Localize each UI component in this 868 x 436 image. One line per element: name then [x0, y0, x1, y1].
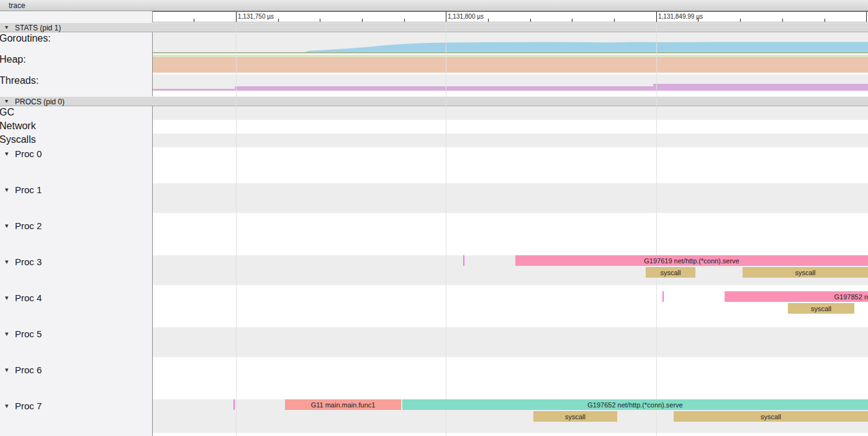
chevron-down-icon[interactable]: ▾	[5, 150, 9, 158]
ruler-tick	[362, 19, 363, 22]
goroutine-span[interactable]: G197619 net/http.(*conn).serve	[515, 255, 868, 266]
proc-label: Proc 7	[15, 401, 42, 411]
ruler-tick	[825, 19, 825, 22]
syscall-span[interactable]: syscall	[533, 411, 617, 422]
syscall-span[interactable]: syscall	[788, 303, 854, 314]
procs-label-network: Network	[0, 120, 36, 132]
ruler-tick	[320, 19, 320, 22]
ruler-timestamp: 1,131,800 µs	[448, 13, 484, 20]
proc-label: Proc 1	[15, 184, 42, 195]
ruler-tick	[782, 19, 783, 22]
title-bar: trace	[0, 0, 868, 11]
ruler-tick	[488, 19, 489, 22]
ruler-tick	[866, 12, 867, 22]
section-header-procs[interactable]: ▾ PROCS (pid 0)	[0, 96, 868, 106]
proc-label: Proc 3	[15, 257, 42, 267]
sidebar-item-proc3: ▾ Proc 3	[0, 257, 149, 268]
ruler-tick	[656, 12, 657, 22]
goroutine-span[interactable]: G197852 n	[725, 291, 868, 302]
syscall-span[interactable]: syscall	[674, 411, 868, 422]
proc-start-marker[interactable]	[233, 399, 235, 410]
network-track[interactable]	[153, 120, 868, 134]
ruler-tick	[194, 19, 194, 22]
trace-viewer: trace 1,131,750 µs 1,131,800 µs 1,131,84…	[0, 0, 868, 436]
stats-label-threads: Threads:	[0, 75, 38, 86]
threads-step-1	[153, 89, 235, 91]
chevron-down-icon[interactable]: ▾	[5, 24, 8, 30]
chevron-down-icon[interactable]: ▾	[5, 258, 9, 266]
proc-label: Proc 0	[15, 148, 42, 159]
chevron-down-icon[interactable]: ▾	[5, 330, 9, 338]
goroutines-area-chart[interactable]	[153, 32, 868, 52]
chevron-down-icon[interactable]: ▾	[5, 294, 9, 302]
sidebar-item-proc1: ▾ Proc 1	[0, 184, 149, 196]
sidebar-item-proc7: ▾ Proc 7	[0, 401, 149, 412]
section-header-stats[interactable]: ▾ STATS (pid 1)	[0, 22, 868, 32]
sidebar-item-proc5: ▾ Proc 5	[0, 329, 149, 340]
syscall-span[interactable]: syscall	[646, 267, 695, 278]
ruler-tick	[614, 19, 615, 22]
heap-inuse-band[interactable]	[153, 57, 868, 73]
proc-label: Proc 4	[15, 293, 42, 303]
gridline	[446, 22, 446, 436]
syscall-span[interactable]: syscall	[743, 267, 868, 278]
ruler-tick	[698, 19, 698, 22]
gridline	[236, 22, 237, 436]
gc-track[interactable]	[153, 106, 868, 120]
sidebar-item-proc0: ▾ Proc 0	[0, 148, 149, 160]
proc-label: Proc 2	[15, 220, 42, 231]
chevron-down-icon[interactable]: ▾	[5, 366, 9, 374]
proc5-track[interactable]	[153, 327, 868, 357]
proc-label: Proc 5	[15, 329, 42, 339]
threads-step-2	[235, 86, 653, 91]
ruler-timestamp: 1,131,750 µs	[238, 13, 274, 20]
ruler-tick	[572, 19, 572, 22]
proc1-track[interactable]	[153, 183, 868, 213]
threads-step-3	[653, 84, 868, 91]
sidebar-item-proc6: ▾ Proc 6	[0, 365, 149, 376]
sidebar-item-proc4: ▾ Proc 4	[0, 293, 149, 304]
proc-start-marker[interactable]	[662, 291, 664, 302]
procs-label-syscalls: Syscalls	[0, 134, 36, 145]
section-title: PROCS (pid 0)	[15, 98, 65, 106]
stats-label-heap: Heap:	[0, 54, 26, 65]
ruler-tick	[236, 12, 237, 22]
ruler-tick	[278, 19, 279, 22]
chevron-down-icon[interactable]: ▾	[5, 402, 9, 410]
chevron-down-icon[interactable]: ▾	[5, 186, 9, 194]
timeline-ruler: 1,131,750 µs 1,131,800 µs 1,131,849.99 µ…	[153, 11, 868, 22]
syscalls-track[interactable]	[153, 134, 868, 147]
ruler-timestamp: 1,131,849.99 µs	[658, 13, 703, 20]
page-title: trace	[9, 1, 25, 10]
proc-label: Proc 6	[15, 365, 42, 375]
proc-start-marker[interactable]	[463, 255, 464, 266]
sidebar-item-proc2: ▾ Proc 2	[0, 220, 149, 232]
ruler-tick	[446, 12, 446, 22]
ruler-tick	[740, 19, 741, 22]
section-title: STATS (pid 1)	[15, 24, 61, 32]
chevron-down-icon[interactable]: ▾	[5, 222, 9, 230]
goroutine-span[interactable]: G197652 net/http.(*conn).serve	[402, 399, 868, 410]
goroutine-span[interactable]: G11 main.main.func1	[285, 399, 401, 410]
chevron-down-icon[interactable]: ▾	[5, 98, 8, 104]
ruler-tick	[404, 19, 405, 22]
goroutines-baseline	[153, 52, 868, 53]
ruler-tick	[530, 19, 531, 22]
stats-label-goroutines: Goroutines:	[0, 33, 51, 44]
gridline	[656, 22, 657, 436]
procs-label-gc: GC	[0, 107, 14, 118]
